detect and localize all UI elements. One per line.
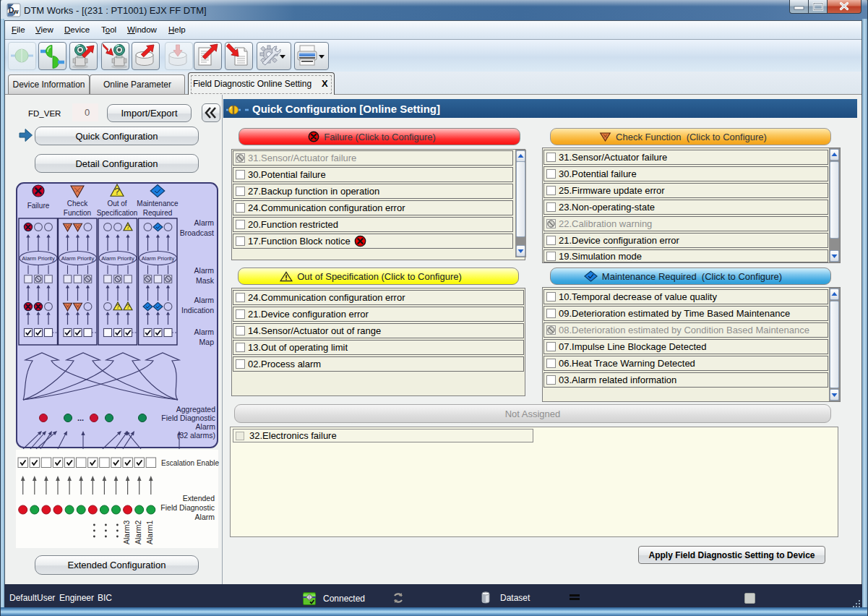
- svg-text:Alarm: Alarm: [196, 422, 216, 431]
- svg-text:Extended: Extended: [183, 494, 215, 502]
- svg-text:Alarm1: Alarm1: [145, 521, 154, 544]
- svg-text:Out of: Out of: [107, 200, 126, 208]
- svg-text:Alarm: Alarm: [194, 266, 215, 275]
- svg-text:Alarm2: Alarm2: [134, 521, 142, 544]
- svg-text:Alarm Priority: Alarm Priority: [22, 255, 55, 262]
- svg-text:Alarm Priority: Alarm Priority: [61, 255, 95, 262]
- svg-text:Broadcast: Broadcast: [180, 228, 214, 237]
- svg-text:?: ?: [114, 186, 120, 197]
- svg-text:Map: Map: [199, 338, 215, 346]
- svg-text:?: ?: [126, 223, 129, 231]
- svg-text:Required: Required: [143, 209, 173, 217]
- svg-text:Failure: Failure: [27, 202, 50, 210]
- svg-text:Alarm Priority: Alarm Priority: [101, 255, 134, 262]
- svg-text:Alarm Priority: Alarm Priority: [142, 255, 175, 262]
- svg-text:Alarm: Alarm: [194, 218, 215, 227]
- svg-text:Mask: Mask: [196, 276, 215, 285]
- svg-text:Escalation Enable: Escalation Enable: [161, 459, 219, 467]
- svg-text:?: ?: [126, 303, 129, 310]
- svg-text:w: w: [13, 8, 20, 15]
- svg-text:Field Diagnostic: Field Diagnostic: [160, 503, 215, 512]
- svg-text:Field Diagnostic: Field Diagnostic: [161, 414, 215, 422]
- svg-text:Check: Check: [67, 200, 88, 208]
- svg-text:Indication: Indication: [181, 306, 214, 315]
- svg-text:Alarm: Alarm: [195, 513, 215, 521]
- svg-text:Specification: Specification: [97, 209, 138, 217]
- svg-text:Alarm3: Alarm3: [122, 521, 131, 544]
- svg-text:?: ?: [116, 303, 119, 310]
- svg-text:(32 alarms): (32 alarms): [177, 431, 215, 440]
- svg-text:...: ...: [77, 414, 84, 422]
- svg-text:Function: Function: [64, 209, 91, 217]
- svg-text:Maintenance: Maintenance: [137, 200, 179, 208]
- svg-text:Aggregated: Aggregated: [176, 405, 215, 414]
- svg-text:Alarm: Alarm: [194, 328, 215, 336]
- svg-text:Alarm: Alarm: [194, 296, 215, 304]
